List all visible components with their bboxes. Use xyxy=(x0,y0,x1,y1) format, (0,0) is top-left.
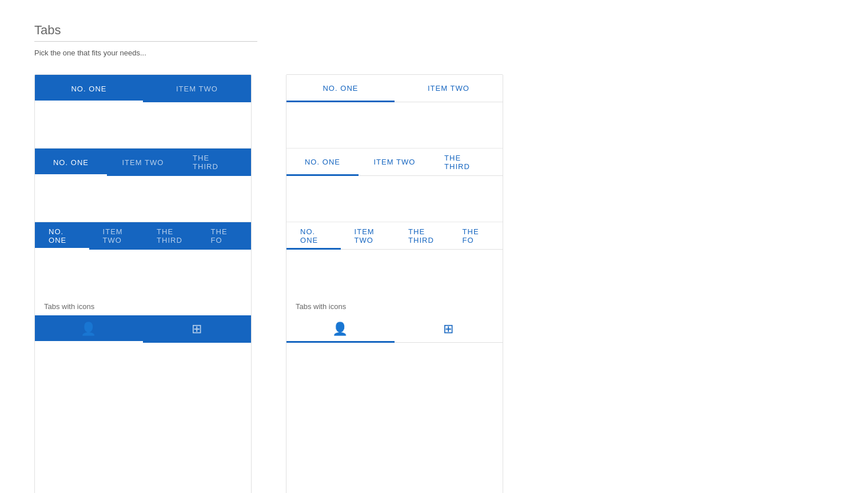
tab-label: NO. ONE xyxy=(49,227,75,245)
tabs-with-icons-label-outlined: Tabs with icons xyxy=(286,295,503,315)
tab-no-one-filled-4[interactable]: NO. ONE xyxy=(35,222,89,250)
tab-bar-icons-outlined: 👤 ⊞ xyxy=(286,315,503,343)
grid-icon: ⊞ xyxy=(192,322,202,336)
demos-container: NO. ONE ITEM TWO NO. ONE ITEM TWO THE TH… xyxy=(34,74,834,493)
tab-item-two-outlined-2[interactable]: ITEM TWO xyxy=(395,75,503,102)
tab-label: ITEM TWO xyxy=(355,227,381,245)
tab-no-one-outlined-3[interactable]: NO. ONE xyxy=(286,149,359,175)
tab-content-three-outlined xyxy=(286,176,503,222)
tab-label: ITEM TWO xyxy=(428,84,469,93)
grid-icon: ⊞ xyxy=(443,322,454,336)
title-divider xyxy=(34,41,257,42)
tab-bar-two-filled: NO. ONE ITEM TWO xyxy=(35,75,251,102)
tab-label: THE THIRD xyxy=(444,154,489,171)
tab-person-icon-outlined[interactable]: 👤 xyxy=(286,315,395,342)
tab-item-two-filled-3[interactable]: ITEM TWO xyxy=(107,149,179,176)
tab-item-two-outlined-3[interactable]: ITEM TWO xyxy=(359,149,431,175)
tab-content-four-outlined xyxy=(286,250,503,295)
tab-label: ITEM TWO xyxy=(176,85,218,93)
tab-label: NO. ONE xyxy=(53,158,89,167)
page-title: Tabs xyxy=(34,23,834,38)
tab-content-two-outlined xyxy=(286,102,503,148)
tab-bar-two-outlined: NO. ONE ITEM TWO xyxy=(286,75,503,102)
tab-the-third-filled-4[interactable]: THE THIRD xyxy=(143,222,197,250)
tab-label: THE THIRD xyxy=(408,227,435,245)
tab-the-fo-outlined-4[interactable]: THE FO xyxy=(449,222,503,249)
demo-card-filled: NO. ONE ITEM TWO NO. ONE ITEM TWO THE TH… xyxy=(34,74,252,493)
tab-person-icon-filled[interactable]: 👤 xyxy=(35,315,143,343)
tab-bar-icons-filled: 👤 ⊞ xyxy=(35,315,251,343)
tab-grid-icon-outlined[interactable]: ⊞ xyxy=(395,315,503,342)
tab-label: ITEM TWO xyxy=(122,158,164,167)
tab-label: ITEM TWO xyxy=(103,227,130,245)
tab-the-third-filled-3[interactable]: THE THIRD xyxy=(179,149,251,176)
tab-no-one-outlined-2[interactable]: NO. ONE xyxy=(286,75,395,102)
person-icon: 👤 xyxy=(332,322,348,336)
tab-label: NO. ONE xyxy=(300,227,327,245)
tab-no-one-filled-3[interactable]: NO. ONE xyxy=(35,149,107,176)
tab-the-fo-filled-4[interactable]: THE FO xyxy=(197,222,252,250)
demo-card-outlined: NO. ONE ITEM TWO NO. ONE ITEM TWO THE TH… xyxy=(286,74,503,493)
tab-label: NO. ONE xyxy=(322,84,358,93)
tab-bar-three-outlined: NO. ONE ITEM TWO THE THIRD xyxy=(286,149,503,176)
tab-label: NO. ONE xyxy=(71,85,106,93)
tab-label: THE THIRD xyxy=(193,154,237,171)
icon-tab-content-filled xyxy=(35,343,251,493)
tab-content-two-filled xyxy=(35,102,251,148)
tab-the-third-outlined-4[interactable]: THE THIRD xyxy=(395,222,449,249)
tab-content-four-filled xyxy=(35,250,251,295)
tab-item-two-outlined-4[interactable]: ITEM TWO xyxy=(341,222,395,249)
tab-label: ITEM TWO xyxy=(373,158,415,166)
tab-no-one-outlined-4[interactable]: NO. ONE xyxy=(286,222,341,249)
tab-bar-four-filled: NO. ONE ITEM TWO THE THIRD THE FO xyxy=(35,222,251,250)
tab-grid-icon-filled[interactable]: ⊞ xyxy=(143,315,251,343)
icon-tab-content-outlined xyxy=(286,343,503,493)
subtitle: Pick the one that fits your needs... xyxy=(34,49,834,57)
tab-content-three-filled xyxy=(35,176,251,222)
tab-item-two-filled-4[interactable]: ITEM TWO xyxy=(89,222,144,250)
person-icon: 👤 xyxy=(81,322,97,336)
tab-label: NO. ONE xyxy=(305,158,340,166)
tab-item-two-filled-2[interactable]: ITEM TWO xyxy=(143,75,251,102)
tabs-with-icons-label-filled: Tabs with icons xyxy=(35,295,251,315)
tab-bar-three-filled: NO. ONE ITEM TWO THE THIRD xyxy=(35,149,251,176)
tab-label: THE FO xyxy=(211,227,238,245)
tab-bar-four-outlined: NO. ONE ITEM TWO THE THIRD THE FO xyxy=(286,222,503,250)
tab-label: THE FO xyxy=(463,227,489,245)
tab-the-third-outlined-3[interactable]: THE THIRD xyxy=(431,149,503,175)
tab-label: THE THIRD xyxy=(157,227,184,245)
tab-no-one-filled-2[interactable]: NO. ONE xyxy=(35,75,143,102)
